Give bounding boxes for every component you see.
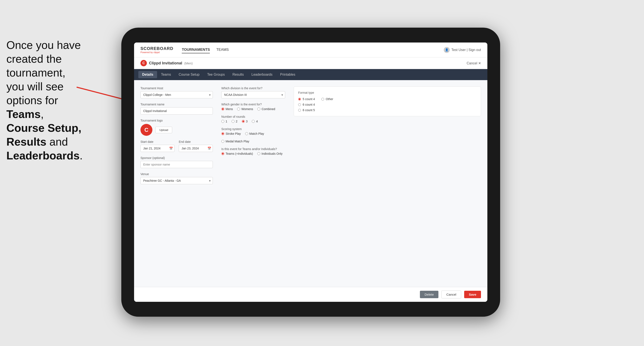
- instruction-line4: you will see: [6, 80, 64, 93]
- save-button[interactable]: Save: [464, 291, 481, 298]
- teams-label: Is this event for Teams and/or Individua…: [221, 147, 285, 151]
- scoring-stroke-radio[interactable]: [221, 132, 224, 135]
- format-row-1: 5 count 4 Other: [298, 97, 476, 101]
- gender-womens[interactable]: Womens: [237, 107, 253, 111]
- sponsor-input[interactable]: [140, 161, 213, 168]
- instruction-bold2: Course Setup,: [6, 122, 82, 134]
- start-date-icon: 📅: [169, 147, 173, 150]
- logo-subtitle: Powered by clippd: [140, 51, 173, 54]
- gender-combined[interactable]: Combined: [257, 107, 275, 111]
- format-6count5-radio[interactable]: [298, 109, 301, 112]
- logo-area: SCOREBOARD Powered by clippd: [140, 46, 173, 54]
- gender-mens[interactable]: Mens: [221, 107, 233, 111]
- format-5count4-radio[interactable]: [298, 98, 301, 101]
- format-5count4[interactable]: 5 count 4: [298, 97, 315, 101]
- tournament-logo-section: Tournament logo C Upload: [140, 119, 213, 136]
- cancel-top-button[interactable]: Cancel ✕: [467, 61, 481, 65]
- instruction-text: Once you have created the tournament, yo…: [0, 34, 98, 167]
- rounds-3[interactable]: 3: [242, 120, 248, 123]
- gender-label: Which gender is the event for?: [221, 103, 285, 106]
- tablet-frame: SCOREBOARD Powered by clippd TOURNAMENTS…: [121, 28, 500, 317]
- scoring-match-radio[interactable]: [245, 132, 248, 135]
- rounds-1-radio[interactable]: [221, 120, 224, 123]
- format-6count4[interactable]: 6 count 4: [298, 103, 315, 106]
- venue-select[interactable]: Peachtree GC - Atlanta - GA: [140, 177, 213, 184]
- nav-links: TOURNAMENTS TEAMS: [182, 46, 444, 53]
- instruction-bold4: Leaderboards: [6, 149, 80, 162]
- scoring-radio-group: Stroke Play Match Play Medal Match Play: [221, 132, 285, 143]
- gender-section: Which gender is the event for? Mens Wome…: [221, 103, 285, 111]
- rounds-label: Number of rounds: [221, 115, 285, 118]
- teams-plus-individuals[interactable]: Teams (+Individuals): [221, 152, 253, 155]
- tournament-host-label: Tournament Host: [140, 86, 213, 90]
- start-date-label: Start date: [140, 140, 174, 144]
- instruction-line2: created the: [6, 53, 62, 65]
- format-6count4-radio[interactable]: [298, 103, 301, 106]
- format-other-radio[interactable]: [321, 98, 324, 101]
- division-section: Which division is the event for? NCAA Di…: [221, 86, 285, 98]
- scoring-medal-radio[interactable]: [221, 140, 224, 143]
- format-other[interactable]: Other: [321, 97, 333, 101]
- start-date-wrapper: 📅: [140, 145, 174, 152]
- scoring-medal[interactable]: Medal Match Play: [221, 140, 249, 143]
- rounds-3-radio[interactable]: [242, 120, 245, 123]
- gender-womens-radio[interactable]: [237, 108, 240, 111]
- tab-bar: Details Teams Course Setup Tee Groups Re…: [134, 69, 487, 80]
- rounds-1[interactable]: 1: [221, 120, 227, 123]
- individuals-only[interactable]: Individuals Only: [257, 152, 283, 155]
- division-select-wrapper: NCAA Division III: [221, 91, 285, 98]
- tab-printables[interactable]: Printables: [276, 71, 299, 78]
- division-select[interactable]: NCAA Division III: [221, 91, 285, 98]
- instruction-line5: options for: [6, 94, 58, 107]
- tab-results[interactable]: Results: [228, 71, 248, 78]
- rounds-4[interactable]: 4: [252, 120, 258, 123]
- upload-button[interactable]: Upload: [155, 127, 172, 133]
- start-date-field: Start date 📅: [140, 140, 174, 152]
- format-options: 5 count 4 Other 6 count 4: [298, 97, 476, 112]
- format-6count5[interactable]: 6 count 5: [298, 108, 315, 112]
- logo-section: C Upload: [140, 124, 213, 136]
- logo-title: SCOREBOARD: [140, 46, 173, 51]
- tab-leaderboards[interactable]: Leaderboards: [248, 71, 276, 78]
- end-date-label: End date: [179, 140, 213, 144]
- user-sign-out[interactable]: Test User | Sign out: [452, 48, 481, 52]
- tab-teams[interactable]: Teams: [157, 71, 175, 78]
- teams-plus-radio[interactable]: [221, 152, 224, 155]
- scoring-label: Scoring system: [221, 127, 285, 131]
- main-content: Tournament Host Clippd College - Men Tou…: [134, 80, 487, 287]
- tab-tee-groups[interactable]: Tee Groups: [203, 71, 228, 78]
- tablet-screen: SCOREBOARD Powered by clippd TOURNAMENTS…: [134, 42, 487, 302]
- format-row-3: 6 count 5: [298, 108, 476, 112]
- rounds-2[interactable]: 2: [232, 120, 238, 123]
- cancel-button[interactable]: Cancel: [442, 291, 461, 298]
- tab-details[interactable]: Details: [138, 71, 157, 78]
- nav-link-teams[interactable]: TEAMS: [216, 46, 229, 53]
- gender-mens-radio[interactable]: [221, 108, 224, 111]
- rounds-2-radio[interactable]: [232, 120, 234, 123]
- instruction-line1: Once you have: [6, 39, 81, 51]
- gender-combined-radio[interactable]: [257, 108, 260, 111]
- tournament-name-section: Tournament name: [140, 103, 213, 115]
- delete-button[interactable]: Delete: [420, 291, 438, 298]
- scoring-match[interactable]: Match Play: [245, 132, 264, 135]
- user-avatar-icon: 👤: [444, 47, 450, 53]
- end-date-icon: 📅: [208, 147, 211, 150]
- tab-course-setup[interactable]: Course Setup: [175, 71, 204, 78]
- sponsor-label: Sponsor (optional): [140, 156, 213, 160]
- individuals-only-radio[interactable]: [257, 152, 260, 155]
- instruction-line3: tournament,: [6, 66, 66, 79]
- venue-section: Venue Peachtree GC - Atlanta - GA: [140, 172, 213, 184]
- sponsor-section: Sponsor (optional): [140, 156, 213, 168]
- format-label: Format type: [298, 91, 476, 94]
- nav-link-tournaments[interactable]: TOURNAMENTS: [182, 46, 210, 53]
- format-section: Format type 5 count 4 Other: [294, 86, 481, 116]
- tournament-name-label: Tournament name: [140, 103, 213, 106]
- scoring-stroke[interactable]: Stroke Play: [221, 132, 241, 135]
- rounds-4-radio[interactable]: [252, 120, 255, 123]
- tournament-host-section: Tournament Host Clippd College - Men: [140, 86, 213, 98]
- instruction-bold1: Teams: [6, 108, 41, 120]
- breadcrumb-icon: C: [140, 60, 147, 66]
- venue-label: Venue: [140, 172, 213, 176]
- tournament-host-select[interactable]: Clippd College - Men: [140, 91, 213, 98]
- tournament-name-input[interactable]: [140, 107, 213, 115]
